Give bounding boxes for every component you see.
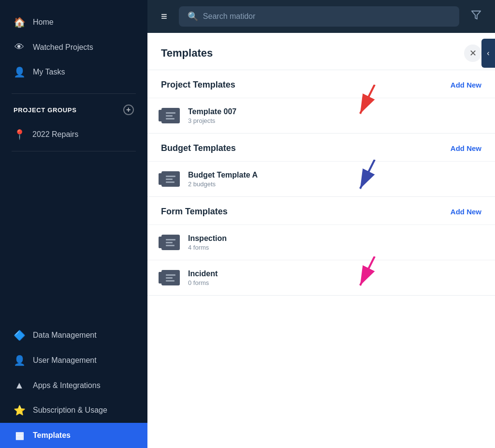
home-icon: 🏠 xyxy=(14,16,25,28)
sidebar-item-2022-repairs[interactable]: 📍 2022 Repairs xyxy=(0,122,147,147)
sidebar-bottom: 🔷 Data Management 👤 User Management ▲ Ap… xyxy=(0,323,147,448)
budget-template-icon xyxy=(161,169,180,189)
inspection-info: Inspection 4 forms xyxy=(188,234,481,251)
project-groups-header: PROJECT GROUPS + xyxy=(0,98,147,122)
add-budget-template-button[interactable]: Add New xyxy=(451,144,481,152)
template-item-007-name: Template 007 xyxy=(188,107,481,116)
inspection-name: Inspection xyxy=(188,234,481,243)
template-item-icon xyxy=(161,106,180,125)
template-item-inspection[interactable]: Inspection 4 forms xyxy=(147,224,495,260)
icon-line-2 xyxy=(166,242,173,243)
form-templates-section: Form Templates Add New Inspection 4 fo xyxy=(147,197,495,296)
sidebar-item-data-label: Data Management xyxy=(33,331,97,340)
template-item-007-sub: 3 projects xyxy=(188,117,481,124)
incident-icon-shape xyxy=(161,270,180,285)
project-templates-title: Project Templates xyxy=(161,80,235,90)
icon-line-3 xyxy=(166,280,175,282)
icon-line-1 xyxy=(166,176,175,177)
incident-sub: 0 forms xyxy=(188,279,481,286)
icon-line-2 xyxy=(166,277,173,279)
form-templates-header: Form Templates Add New xyxy=(147,197,495,224)
search-icon: 🔍 xyxy=(188,11,198,22)
project-templates-header: Project Templates Add New xyxy=(147,70,495,98)
apps-icon: ▲ xyxy=(14,380,25,391)
icon-line-3 xyxy=(166,245,175,246)
sidebar-nav: 🏠 Home 👁 Watched Projects 👤 My Tasks xyxy=(0,0,147,90)
sidebar-item-subscription[interactable]: ⭐ Subscription & Usage xyxy=(0,398,147,423)
filter-button[interactable] xyxy=(467,8,485,25)
sidebar: 🏠 Home 👁 Watched Projects 👤 My Tasks PRO… xyxy=(0,0,147,448)
templates-panel: Templates ✕ Project Templates Add New xyxy=(147,33,495,448)
template-icon-lines xyxy=(166,112,175,119)
inspection-icon-shape xyxy=(161,235,180,250)
budget-templates-title: Budget Templates xyxy=(161,143,236,153)
sidebar-item-watched-label: Watched Projects xyxy=(33,43,93,52)
sidebar-item-apps-integrations[interactable]: ▲ Apps & Integrations xyxy=(0,373,147,398)
sidebar-item-templates[interactable]: ▦ Templates xyxy=(0,423,147,448)
sidebar-item-apps-label: Apps & Integrations xyxy=(33,381,101,390)
template-item-budget-a[interactable]: Budget Template A 2 budgets xyxy=(147,161,495,196)
template-item-007[interactable]: Template 007 3 projects xyxy=(147,98,495,133)
budget-icon-shape xyxy=(161,171,180,187)
budget-template-a-info: Budget Template A 2 budgets xyxy=(188,171,481,188)
budget-templates-section: Budget Templates Add New Budget Template… xyxy=(147,134,495,197)
icon-line-3 xyxy=(166,118,175,119)
icon-line-2 xyxy=(166,115,173,117)
topbar: ≡ 🔍 xyxy=(147,0,495,33)
form-templates-title: Form Templates xyxy=(161,207,228,217)
users-icon: 👤 xyxy=(14,355,25,366)
sidebar-item-home[interactable]: 🏠 Home xyxy=(0,10,147,35)
budget-templates-header: Budget Templates Add New xyxy=(147,134,495,161)
svg-marker-0 xyxy=(472,11,480,19)
sidebar-item-data-management[interactable]: 🔷 Data Management xyxy=(0,323,147,348)
sidebar-item-subscription-label: Subscription & Usage xyxy=(33,406,107,415)
icon-line-1 xyxy=(166,239,175,240)
eye-icon: 👁 xyxy=(14,42,25,53)
search-input[interactable] xyxy=(203,12,451,21)
incident-info: Incident 0 forms xyxy=(188,269,481,286)
incident-name: Incident xyxy=(188,269,481,278)
sidebar-divider-2 xyxy=(12,151,136,151)
main-content: ≡ 🔍 Templates ✕ Project Templates Add Ne… xyxy=(147,0,495,448)
project-groups-label: PROJECT GROUPS xyxy=(14,106,76,114)
icon-line-3 xyxy=(166,181,175,183)
inspection-template-icon xyxy=(161,233,180,252)
templates-header: Templates ✕ xyxy=(147,33,495,70)
budget-icon-lines xyxy=(166,176,175,183)
add-project-template-button[interactable]: Add New xyxy=(451,81,481,89)
icon-line-1 xyxy=(166,112,175,114)
chevron-left-icon: ‹ xyxy=(487,49,489,58)
sidebar-item-my-tasks[interactable]: 👤 My Tasks xyxy=(0,60,147,85)
templates-close-button[interactable]: ✕ xyxy=(464,45,481,62)
right-panel-toggle-button[interactable]: ‹ xyxy=(481,39,495,68)
incident-icon-lines xyxy=(166,274,175,282)
search-bar[interactable]: 🔍 xyxy=(179,6,459,27)
data-icon: 🔷 xyxy=(14,329,25,341)
sidebar-item-repairs-label: 2022 Repairs xyxy=(32,130,78,139)
incident-template-icon xyxy=(161,268,180,287)
template-item-incident[interactable]: Incident 0 forms xyxy=(147,260,495,295)
template-icon-shape xyxy=(161,108,180,123)
project-templates-section: Project Templates Add New Template 007 xyxy=(147,70,495,134)
inspection-sub: 4 forms xyxy=(188,244,481,251)
person-icon: 👤 xyxy=(14,66,25,78)
sidebar-item-watched-projects[interactable]: 👁 Watched Projects xyxy=(0,35,147,60)
budget-template-a-sub: 2 budgets xyxy=(188,180,481,188)
icon-line-2 xyxy=(166,179,173,180)
sidebar-item-user-label: User Management xyxy=(33,356,97,365)
inspection-icon-lines xyxy=(166,239,175,246)
templates-icon: ▦ xyxy=(14,430,25,441)
budget-template-a-name: Budget Template A xyxy=(188,171,481,179)
add-project-group-button[interactable]: + xyxy=(123,105,134,115)
icon-line-1 xyxy=(166,274,175,276)
star-icon: ⭐ xyxy=(14,404,25,416)
sidebar-item-tasks-label: My Tasks xyxy=(33,68,65,76)
add-form-template-button[interactable]: Add New xyxy=(451,208,481,216)
templates-panel-title: Templates xyxy=(161,47,213,60)
sidebar-item-templates-label: Templates xyxy=(33,431,71,440)
sidebar-divider-1 xyxy=(12,93,136,94)
menu-button[interactable]: ≡ xyxy=(157,8,171,25)
sidebar-item-home-label: Home xyxy=(33,18,54,27)
sidebar-item-user-management[interactable]: 👤 User Management xyxy=(0,348,147,373)
template-item-007-info: Template 007 3 projects xyxy=(188,107,481,124)
